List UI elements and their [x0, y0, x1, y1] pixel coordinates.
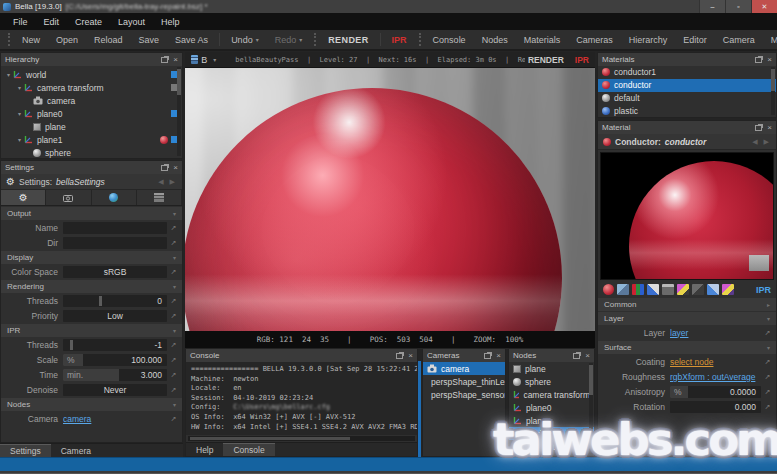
- tab-help[interactable]: Help: [186, 443, 223, 456]
- tree-item-plane0[interactable]: ▾ plane0: [1, 107, 182, 120]
- tab-settings[interactable]: Settings: [0, 444, 51, 457]
- rotation-field[interactable]: 0.000: [670, 401, 761, 413]
- squares-icon[interactable]: [707, 284, 719, 295]
- tab-settings-general[interactable]: ⚙: [1, 190, 46, 205]
- pass-button[interactable]: B: [201, 55, 207, 65]
- expander-icon[interactable]: ▾: [15, 110, 24, 117]
- anisotropy-field[interactable]: %0.0000: [670, 386, 761, 398]
- tab-settings-environment[interactable]: [92, 190, 137, 205]
- panel-splitter-highlight[interactable]: [418, 361, 421, 457]
- checker-icon[interactable]: [647, 284, 659, 295]
- tab-settings-render-layers[interactable]: [137, 190, 182, 205]
- node-list-item[interactable]: sphere: [509, 375, 594, 388]
- rgb-channels-icon[interactable]: [632, 284, 644, 295]
- section-output[interactable]: Output▾: [1, 207, 182, 220]
- material-ball-icon[interactable]: [603, 284, 614, 295]
- link-out-icon[interactable]: ↗: [167, 239, 180, 247]
- close-icon[interactable]: ×: [496, 352, 501, 360]
- menu-layout[interactable]: Layout: [110, 13, 153, 30]
- link-out-icon[interactable]: ↗: [761, 358, 774, 366]
- link-out-icon[interactable]: ↗: [761, 388, 774, 396]
- float-panel-icon[interactable]: [161, 57, 168, 63]
- denoise-select[interactable]: Never: [63, 384, 167, 396]
- material-list-item[interactable]: conductor: [598, 79, 776, 92]
- render-button[interactable]: RENDER: [320, 35, 376, 45]
- float-panel-icon[interactable]: [755, 125, 762, 131]
- reload-button[interactable]: Reload: [86, 35, 131, 45]
- open-button[interactable]: Open: [48, 35, 86, 45]
- material-list-item[interactable]: conductor1: [598, 66, 776, 79]
- tree-item-plane[interactable]: plane: [1, 120, 182, 133]
- link-out-icon[interactable]: ↗: [167, 371, 180, 379]
- priority-select[interactable]: Low: [63, 310, 167, 322]
- link-out-icon[interactable]: ↗: [167, 224, 180, 232]
- close-icon[interactable]: ×: [767, 124, 772, 132]
- tab-camera[interactable]: Camera: [51, 444, 101, 457]
- link-out-icon[interactable]: ↗: [167, 356, 180, 364]
- float-panel-icon[interactable]: [161, 165, 168, 171]
- link-out-icon[interactable]: ↗: [167, 297, 180, 305]
- save-button[interactable]: Save: [131, 35, 168, 45]
- materials-panel-button[interactable]: Materials: [516, 35, 569, 45]
- camera-list-item[interactable]: perspShape_sensor: [423, 388, 505, 401]
- tree-item-camera-transform[interactable]: ▾ camera transform: [1, 81, 182, 94]
- tree-item-world[interactable]: ▾ world: [1, 68, 182, 81]
- dir-field[interactable]: [63, 237, 167, 249]
- section-nodes[interactable]: Nodes▾: [1, 398, 182, 411]
- new-button[interactable]: New: [14, 35, 48, 45]
- close-icon[interactable]: ×: [173, 56, 178, 64]
- camera-panel-button[interactable]: Camera: [715, 35, 763, 45]
- scale-field[interactable]: %100.000: [63, 354, 167, 366]
- undo-button[interactable]: Undo▾: [223, 35, 267, 45]
- menu-file[interactable]: File: [5, 13, 36, 30]
- section-common[interactable]: Common▸: [598, 298, 776, 311]
- minimize-button[interactable]: –: [699, 0, 725, 13]
- nav-arrows[interactable]: ◀ ▶: [752, 138, 771, 146]
- save-as-button[interactable]: Save As: [167, 35, 216, 45]
- close-icon[interactable]: ×: [767, 56, 772, 64]
- close-icon[interactable]: ×: [408, 352, 413, 360]
- link-out-icon[interactable]: ↗: [167, 312, 180, 320]
- image2-icon[interactable]: [722, 284, 734, 295]
- section-layer[interactable]: Layer▾: [598, 312, 776, 325]
- coating-link[interactable]: select node: [670, 357, 713, 367]
- chevron-down-icon[interactable]: ▾: [213, 56, 216, 63]
- chevron-down-icon[interactable]: ▾: [299, 36, 302, 43]
- expander-icon[interactable]: ▾: [15, 136, 24, 143]
- expander-icon[interactable]: ▾: [4, 71, 13, 78]
- hierarchy-panel-button[interactable]: Hierarchy: [621, 35, 676, 45]
- tree-item-plane1[interactable]: ▾ plane1: [1, 133, 182, 146]
- float-panel-icon[interactable]: [755, 57, 762, 63]
- console-panel-button[interactable]: Console: [425, 35, 474, 45]
- link-out-icon[interactable]: ↗: [167, 268, 180, 276]
- viewport-ipr-button[interactable]: IPR: [575, 55, 589, 65]
- section-rendering[interactable]: Rendering▾: [1, 280, 182, 293]
- slider-handle[interactable]: [70, 340, 73, 350]
- threads-slider[interactable]: 0: [63, 295, 167, 307]
- nodes-panel-button[interactable]: Nodes: [474, 35, 516, 45]
- link-out-icon[interactable]: ↗: [167, 386, 180, 394]
- node-list-item[interactable]: plane: [509, 362, 594, 375]
- colorspace-select[interactable]: sRGB: [63, 266, 167, 278]
- material-badge[interactable]: [160, 136, 168, 144]
- camera-list-item[interactable]: camera: [423, 362, 505, 375]
- toolbar-grip[interactable]: [8, 33, 10, 46]
- material-panel-button[interactable]: Material: [763, 35, 777, 45]
- link-out-icon[interactable]: ↗: [761, 329, 774, 337]
- viewport-render-button[interactable]: RENDER: [528, 55, 564, 65]
- tree-item-camera[interactable]: camera: [1, 94, 182, 107]
- tree-item-sphere[interactable]: sphere: [1, 146, 182, 159]
- ipr-button[interactable]: IPR: [384, 35, 415, 45]
- render-view[interactable]: [185, 68, 595, 331]
- scrollbar[interactable]: [177, 67, 181, 156]
- chevron-down-icon[interactable]: ▾: [256, 36, 259, 43]
- save-icon[interactable]: [662, 284, 674, 295]
- link-out-icon[interactable]: ↗: [167, 415, 180, 423]
- close-icon[interactable]: ×: [173, 164, 178, 172]
- ipr-threads-slider[interactable]: -1: [63, 339, 167, 351]
- close-button[interactable]: ✕: [751, 0, 777, 13]
- name-field[interactable]: [63, 222, 167, 234]
- camera-node-link[interactable]: camera: [63, 414, 91, 424]
- material-ipr-toggle[interactable]: IPR: [756, 285, 771, 295]
- editor-panel-button[interactable]: Editor: [675, 35, 715, 45]
